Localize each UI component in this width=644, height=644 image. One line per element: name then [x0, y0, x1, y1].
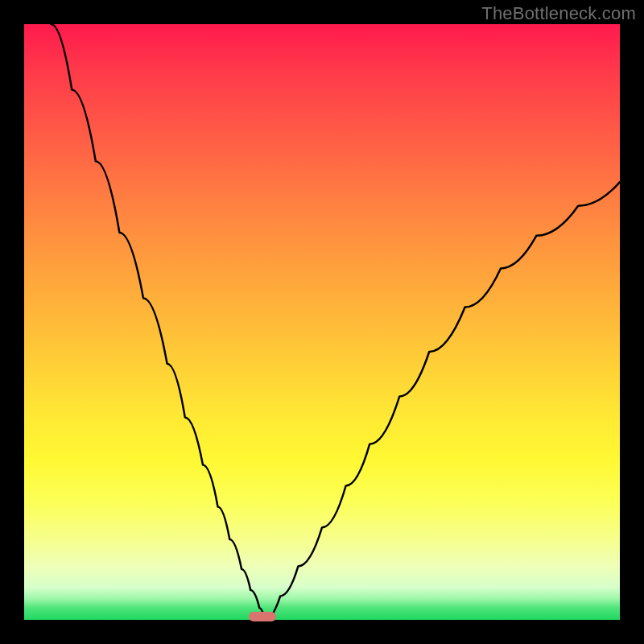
chart-frame: TheBottleneck.com	[0, 0, 644, 644]
curve-left	[51, 24, 265, 620]
plot-area	[24, 24, 620, 620]
curve-right	[265, 182, 620, 620]
curve-svg	[24, 24, 620, 620]
bottleneck-marker	[249, 612, 276, 621]
watermark-text: TheBottleneck.com	[481, 3, 636, 24]
